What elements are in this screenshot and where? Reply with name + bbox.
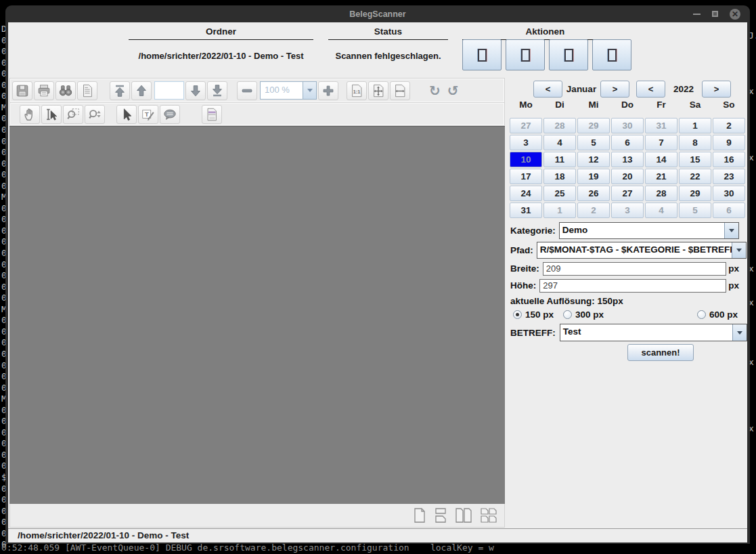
next-month-button[interactable]: > <box>600 81 629 98</box>
rotate-counterclockwise-button[interactable]: ↺ <box>447 84 459 98</box>
calendar-day-15[interactable]: 15 <box>679 152 711 167</box>
radio-button-icon[interactable] <box>563 310 572 319</box>
radio-300-px[interactable]: 300 px <box>563 310 604 320</box>
page-number-input[interactable] <box>154 81 184 100</box>
calendar-day-11[interactable]: 11 <box>543 152 576 167</box>
action-button-1[interactable] <box>462 39 502 70</box>
calendar-day-10[interactable]: 10 <box>510 152 542 167</box>
actual-size-button[interactable]: 1:1 <box>347 81 367 100</box>
calendar-day-13[interactable]: 13 <box>611 152 644 167</box>
zoom-in-button[interactable] <box>318 81 338 100</box>
calendar-day-25[interactable]: 25 <box>543 186 576 201</box>
radio-600-px[interactable]: 600 px <box>697 310 738 320</box>
betreff-dropdown-button[interactable] <box>732 324 747 341</box>
calendar-day-16[interactable]: 16 <box>713 152 745 167</box>
calendar-day-1[interactable]: 1 <box>543 203 576 218</box>
calendar-day-20[interactable]: 20 <box>611 169 644 184</box>
zoom-level-combo[interactable]: 100 % <box>260 81 317 100</box>
calendar-day-21[interactable]: 21 <box>645 169 677 184</box>
pfad-dropdown-button[interactable] <box>732 242 746 258</box>
last-page-button[interactable] <box>207 81 227 100</box>
calendar-day-6[interactable]: 6 <box>611 135 644 150</box>
status-bar: /home/srichter/2022/01-10 - Demo - Test <box>8 528 747 542</box>
calendar-day-1[interactable]: 1 <box>679 118 711 133</box>
first-page-button[interactable] <box>110 81 130 100</box>
breite-input[interactable] <box>543 262 726 276</box>
calendar-day-2[interactable]: 2 <box>577 203 610 218</box>
zoom-dropdown-button[interactable] <box>303 82 316 99</box>
calendar-day-29[interactable]: 29 <box>577 118 610 133</box>
print-button[interactable] <box>34 81 54 100</box>
action-button-3[interactable] <box>549 39 588 70</box>
text-extract-button[interactable] <box>77 81 97 100</box>
calendar-day-23[interactable]: 23 <box>713 169 745 184</box>
radio-button-icon[interactable] <box>513 310 522 319</box>
fit-page-button[interactable] <box>368 81 388 100</box>
calendar-day-22[interactable]: 22 <box>679 169 711 184</box>
calendar-day-12[interactable]: 12 <box>577 152 610 167</box>
calendar-day-18[interactable]: 18 <box>543 169 576 184</box>
calendar-day-14[interactable]: 14 <box>645 152 677 167</box>
facing-pages-layout-button[interactable] <box>455 507 472 524</box>
continuous-page-layout-button[interactable] <box>434 507 447 524</box>
radio-button-icon[interactable] <box>697 310 706 319</box>
calendar-day-5[interactable]: 5 <box>577 135 610 150</box>
fit-width-button[interactable] <box>390 81 410 100</box>
calendar-day-9[interactable]: 9 <box>713 135 745 150</box>
note-annotation-tool-button[interactable] <box>160 105 180 124</box>
calendar-day-27[interactable]: 27 <box>611 186 644 201</box>
hoehe-input[interactable] <box>539 279 726 293</box>
facing-continuous-layout-button[interactable] <box>480 507 497 524</box>
close-icon[interactable]: ✕ <box>730 9 740 20</box>
calendar-day-30[interactable]: 30 <box>611 118 644 133</box>
calendar-day-31[interactable]: 31 <box>645 118 677 133</box>
action-button-2[interactable] <box>506 39 545 70</box>
select-tool-button[interactable] <box>116 105 137 124</box>
single-page-layout-button[interactable] <box>413 507 426 524</box>
previous-year-button[interactable]: < <box>636 81 665 98</box>
previous-page-button[interactable] <box>131 81 152 100</box>
calendar-day-6[interactable]: 6 <box>713 203 745 218</box>
restore-icon[interactable] <box>712 11 718 17</box>
zoom-dynamic-tool-button[interactable] <box>85 105 105 124</box>
betreff-combo[interactable]: Test <box>560 324 747 341</box>
calendar-day-4[interactable]: 4 <box>543 135 576 150</box>
calendar-day-5[interactable]: 5 <box>679 203 711 218</box>
rotate-clockwise-button[interactable]: ↻ <box>429 84 441 98</box>
document-view-area[interactable] <box>9 126 505 504</box>
zoom-out-button[interactable] <box>237 81 257 100</box>
calendar-day-30[interactable]: 30 <box>713 186 745 201</box>
calendar-day-7[interactable]: 7 <box>645 135 677 150</box>
calendar-day-29[interactable]: 29 <box>679 186 711 201</box>
calendar-day-4[interactable]: 4 <box>645 203 677 218</box>
action-button-4[interactable] <box>592 39 631 70</box>
save-button[interactable] <box>12 81 32 100</box>
kategorie-dropdown-button[interactable] <box>724 223 738 238</box>
calendar-day-8[interactable]: 8 <box>679 135 711 150</box>
calendar-day-31[interactable]: 31 <box>510 203 542 218</box>
text-annotation-tool-button[interactable]: T <box>138 105 158 124</box>
previous-month-button[interactable]: < <box>533 81 562 98</box>
next-page-button[interactable] <box>185 81 206 100</box>
calendar-day-24[interactable]: 24 <box>510 186 542 201</box>
calendar-day-2[interactable]: 2 <box>713 118 745 133</box>
scan-button[interactable]: scannen! <box>627 344 694 361</box>
calendar-day-27[interactable]: 27 <box>510 118 542 133</box>
document-properties-button[interactable] <box>202 105 222 124</box>
calendar-day-28[interactable]: 28 <box>543 118 576 133</box>
zoom-marquee-tool-button[interactable] <box>63 105 83 124</box>
calendar-day-28[interactable]: 28 <box>645 186 677 201</box>
radio-150-px[interactable]: 150 px <box>513 310 554 320</box>
text-select-tool-button[interactable] <box>41 105 62 124</box>
calendar-day-26[interactable]: 26 <box>577 186 610 201</box>
calendar-day-3[interactable]: 3 <box>510 135 542 150</box>
calendar-day-19[interactable]: 19 <box>577 169 610 184</box>
calendar-day-17[interactable]: 17 <box>510 169 542 184</box>
minimize-icon[interactable] <box>693 14 701 15</box>
next-year-button[interactable]: > <box>702 81 731 98</box>
calendar-day-3[interactable]: 3 <box>611 203 644 218</box>
kategorie-combo[interactable]: Demo <box>559 222 739 239</box>
pfad-combo[interactable]: R/$MONAT-$TAG - $KATEGORIE - $BETREFF <box>537 242 747 259</box>
pan-tool-button[interactable] <box>20 105 40 124</box>
search-button[interactable] <box>55 81 76 100</box>
